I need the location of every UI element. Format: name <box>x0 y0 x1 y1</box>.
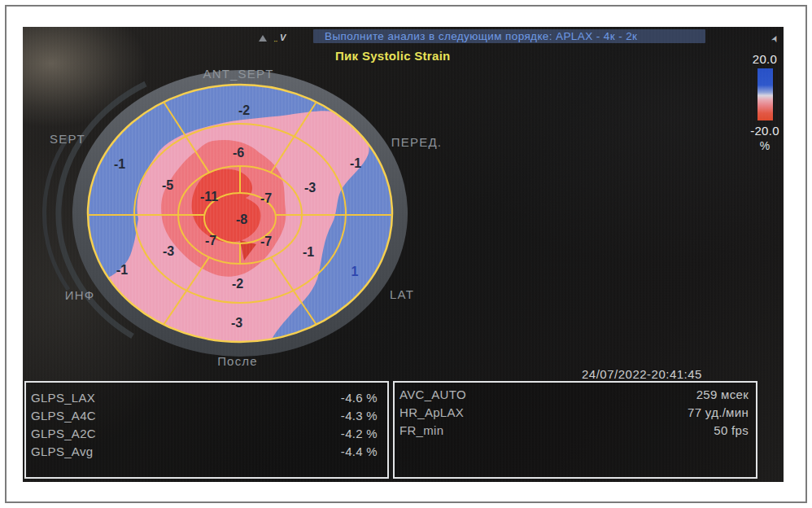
segment-value: -3 <box>163 244 174 258</box>
measurement-label: GLPS_Avg <box>31 443 93 461</box>
timing-table: AVC_AUTO259 мсекHR_ApLAX77 уд./минFR_min… <box>393 381 757 479</box>
page-title: Пик Systolic Strain <box>335 49 451 63</box>
table-row: AVC_AUTO259 мсек <box>399 386 749 404</box>
ultrasound-screen: ·· V Выполните анализ в следующим порядк… <box>23 27 784 482</box>
segment-value: -7 <box>260 191 272 205</box>
segment-value: -1 <box>303 245 314 259</box>
measurement-label: FR_min <box>399 422 443 440</box>
region-label: ПЕРЕД. <box>391 135 442 149</box>
measurement-label: AVC_AUTO <box>399 386 466 404</box>
measurement-value: -4.3 % <box>341 407 378 425</box>
measurement-value: -4.2 % <box>341 425 378 443</box>
segment-value: -6 <box>233 146 244 160</box>
table-row: GLPS_Avg-4.4 % <box>31 443 378 461</box>
bullseye-strain-map: ANT_SEPTПЕРЕД.LATПослеИНФSEPT-2-11-3-1-1… <box>41 68 447 385</box>
instruction-text: Выполните анализ в следующим порядке: AP… <box>325 29 637 43</box>
region-label: LAT <box>390 287 414 301</box>
segment-value: -7 <box>260 234 272 248</box>
photo-page: ·· V Выполните анализ в следующим порядк… <box>0 0 812 508</box>
measurement-label: GLPS_LAX <box>31 389 95 407</box>
timing-table-body: AVC_AUTO259 мсекHR_ApLAX77 уд./минFR_min… <box>399 386 749 440</box>
segment-value: -2 <box>232 277 243 291</box>
table-row: HR_ApLAX77 уд./мин <box>399 404 749 422</box>
glps-table-body: GLPS_LAX-4.6 %GLPS_A4C-4.3 %GLPS_A2C-4.2… <box>31 389 378 461</box>
segment-value: -2 <box>238 103 250 117</box>
scale-unit-label: % <box>739 139 784 152</box>
segment-value: -11 <box>200 190 218 204</box>
scale-min-label: -20.0 <box>739 124 784 138</box>
region-label: SEPT <box>50 132 85 146</box>
measurement-value: 259 мсек <box>696 386 749 404</box>
segment-value: 1 <box>351 265 359 278</box>
measurement-value: 50 fps <box>714 422 749 440</box>
measurement-label: GLPS_A2C <box>31 425 96 443</box>
table-row: GLPS_A4C-4.3 % <box>31 407 378 425</box>
scale-max-label: 20.0 <box>739 52 784 66</box>
cursor-v-icon: V <box>280 33 286 42</box>
measurement-value: 77 уд./мин <box>688 404 749 422</box>
table-row: FR_min50 fps <box>399 422 749 440</box>
measurement-label: GLPS_A4C <box>31 407 96 425</box>
measurement-value: -4.6 % <box>341 389 378 407</box>
table-row: GLPS_A2C-4.2 % <box>31 425 378 443</box>
segment-value: -3 <box>304 181 316 195</box>
region-label: ИНФ <box>65 288 95 302</box>
pointer-triangle-icon <box>259 35 267 42</box>
instruction-banner: Выполните анализ в следующим порядке: AP… <box>313 29 705 43</box>
region-label: ANT_SEPT <box>203 68 273 81</box>
segment-value: -7 <box>205 234 216 247</box>
measurement-label: HR_ApLAX <box>399 404 464 422</box>
segment-value: -5 <box>162 178 173 192</box>
segment-value: -1 <box>350 156 361 170</box>
segment-value: -1 <box>114 157 125 171</box>
cursor-dots-icon: ·· <box>273 37 277 46</box>
page-marker-icon: ➤ <box>769 33 782 45</box>
table-row: GLPS_LAX-4.6 % <box>31 389 378 407</box>
color-scale: 20.0 -20.0 % <box>739 52 784 152</box>
segment-value: -8 <box>236 212 247 226</box>
glps-table: GLPS_LAX-4.6 %GLPS_A4C-4.3 %GLPS_A2C-4.2… <box>24 381 389 479</box>
region-label: После <box>217 354 258 368</box>
measurement-value: -4.4 % <box>341 443 378 461</box>
segment-value: -1 <box>116 263 128 277</box>
photo-frame: ·· V Выполните анализ в следующим порядк… <box>5 5 807 503</box>
segment-value: -3 <box>231 316 242 330</box>
timestamp: 24/07/2022-20:41:45 <box>582 367 702 381</box>
color-scale-gradient <box>757 68 773 120</box>
